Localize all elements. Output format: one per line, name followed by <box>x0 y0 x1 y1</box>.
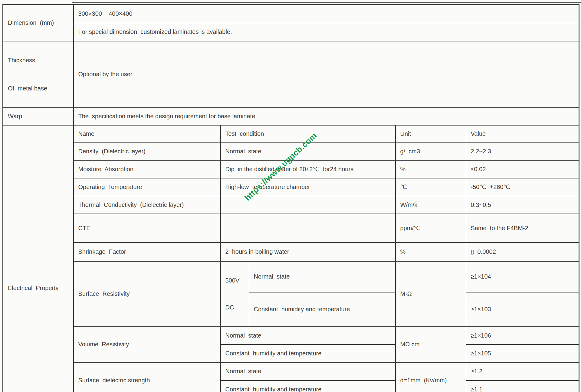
dimension-note: For special dimension, customized lamina… <box>74 23 579 41</box>
header-name: Name <box>74 125 221 143</box>
vol-res-condition-normal: Normal state <box>221 327 396 345</box>
header-unit: Unit <box>396 125 466 143</box>
moisture-name: Moisture Absorption <box>74 160 221 178</box>
shrinkage-name: Shrinkage Factor <box>74 243 221 261</box>
dielec-strength-value-normal: ≥1.2 <box>466 362 579 381</box>
vol-res-condition-constant: Constant humidity and temperature <box>221 345 396 362</box>
thermcond-condition <box>221 196 396 214</box>
dimension-label: Dimension (mm) <box>3 5 74 41</box>
moisture-condition: Dip in the distilled water of 20±2℃ for2… <box>221 160 396 178</box>
density-name: Density (Dielectric layer) <box>74 143 221 160</box>
optemp-condition: High-low temperature chamber <box>221 178 396 196</box>
dielec-strength-unit: d=1mm (Kv/mm) <box>396 362 466 392</box>
thickness-label-line1: Thickness <box>8 57 69 64</box>
laminate-spec-table: Dimension (mm) 300×300 400×400 For speci… <box>2 4 579 392</box>
surf-res-voltage-line2: DC <box>225 304 244 311</box>
spec-sheet-page: Dimension (mm) 300×300 400×400 For speci… <box>0 0 581 392</box>
thermcond-name: Thermal Conductivity (Dielectric layer) <box>74 196 221 214</box>
vol-res-value-normal: ≥1×106 <box>466 327 579 345</box>
header-test-condition: Test condition <box>221 125 396 143</box>
density-value: 2.2~2.3 <box>466 143 579 160</box>
surf-res-unit: M·Ω <box>396 261 466 327</box>
cte-name: CTE <box>74 214 221 243</box>
warp-value: The specification meets the design requi… <box>74 108 579 125</box>
cte-unit: ppm/℃ <box>396 214 466 243</box>
dielec-strength-condition-constant: Constant humidity and temperature <box>221 381 396 392</box>
density-condition: Normal state <box>221 143 396 160</box>
surf-res-name: Surface Resistivity <box>74 261 221 327</box>
surf-res-value-constant: ≥1×103 <box>466 292 579 326</box>
optemp-unit: ℃ <box>396 178 466 196</box>
dimension-sizes: 300×300 400×400 <box>74 5 579 23</box>
dielec-strength-condition-normal: Normal state <box>221 362 396 381</box>
vol-res-unit: MΩ.cm <box>396 327 466 362</box>
thickness-value: Optional by the user. <box>74 41 579 108</box>
surf-res-value-normal: ≥1×104 <box>466 261 579 292</box>
moisture-unit: % <box>396 160 466 178</box>
dielec-strength-value-constant: ≥1.1 <box>466 381 579 392</box>
thermcond-value: 0.3~0.5 <box>466 196 579 214</box>
surf-res-voltage: 500V DC <box>221 261 249 327</box>
density-unit: g/ cm3 <box>396 143 466 160</box>
thickness-label: Thickness Of metal base <box>3 41 74 108</box>
electrical-property-label: Electrical Property <box>3 125 74 392</box>
surf-res-condition-normal: Normal state <box>249 261 396 292</box>
shrinkage-condition: 2 hours in boiling water <box>221 243 396 261</box>
shrinkage-value: ▯ 0.0002 <box>466 243 579 261</box>
thickness-label-line2: Of metal base <box>8 85 69 92</box>
surf-res-condition-constant: Constant humidity and temperature <box>249 292 396 326</box>
vol-res-name: Volume Resistivity <box>74 327 221 362</box>
vol-res-value-constant: ≥1×105 <box>466 345 579 362</box>
optemp-name: Operating Temperature <box>74 178 221 196</box>
page-top-rule <box>72 2 581 3</box>
header-value: Value <box>466 125 579 143</box>
surf-res-voltage-line1: 500V <box>225 277 244 284</box>
moisture-value: ≤0.02 <box>466 160 579 178</box>
shrinkage-unit: % <box>396 243 466 261</box>
optemp-value: -50℃~+260℃ <box>466 178 579 196</box>
cte-value: Same to the F4BM-2 <box>466 214 579 243</box>
dielec-strength-name: Surface dielectric strength <box>74 362 221 392</box>
cte-condition <box>221 214 396 243</box>
thermcond-unit: W/m/k <box>396 196 466 214</box>
warp-label: Warp <box>3 108 74 125</box>
